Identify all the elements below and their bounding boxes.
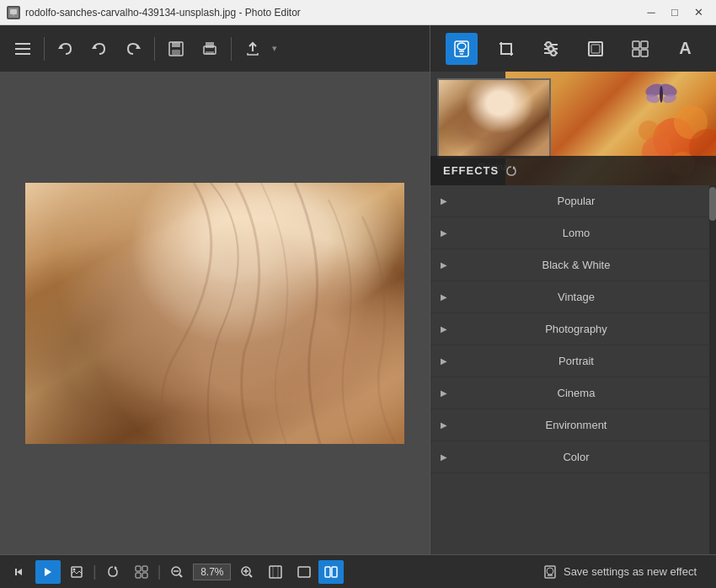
effect-arrow-icon: ▶: [441, 260, 447, 270]
effect-arrow-icon: ▶: [441, 452, 447, 462]
effect-arrow-icon: ▶: [441, 292, 447, 302]
zoom-out-button[interactable]: [164, 560, 190, 584]
menu-button[interactable]: [7, 33, 39, 65]
effects-list-container: ▶ Popular ▶ Lomo ▶ Black & White ▶ Vinta…: [430, 185, 716, 554]
svg-rect-29: [633, 50, 639, 56]
window-controls: ─ □ ✕: [640, 4, 709, 21]
view-mode-buttons: [291, 560, 344, 584]
svg-rect-4: [15, 48, 30, 50]
effect-label: Popular: [456, 195, 697, 207]
minimize-button[interactable]: ─: [640, 4, 662, 21]
effect-item-portrait[interactable]: ▶ Portrait: [430, 345, 709, 377]
main-content: Original EFFECTS ▶ Popular ▶ Lomo ▶ Blac…: [0, 72, 716, 554]
effect-arrow-icon: ▶: [441, 228, 447, 238]
export-button[interactable]: [237, 33, 269, 65]
svg-rect-27: [633, 41, 639, 48]
original-thumbnail: [437, 78, 551, 158]
effects-reset-button[interactable]: [505, 165, 517, 177]
title-bar: rodolfo-sanches-carvalho-439134-unsplash…: [0, 0, 716, 25]
svg-rect-28: [641, 41, 648, 48]
scrollbar-thumb[interactable]: [709, 187, 716, 221]
image-view-button[interactable]: [64, 560, 89, 584]
effect-arrow-icon: ▶: [441, 196, 447, 206]
fit-button[interactable]: [263, 560, 288, 584]
play-button[interactable]: [35, 560, 61, 584]
effect-label: Photography: [456, 323, 697, 335]
svg-point-36: [639, 120, 659, 141]
print-button[interactable]: [194, 33, 226, 65]
texture-tab-button[interactable]: [624, 33, 656, 65]
svg-marker-45: [45, 568, 51, 576]
save-settings-button[interactable]: Save settings as new effect: [531, 555, 709, 588]
svg-rect-10: [172, 42, 180, 47]
crop-tab-button[interactable]: [490, 33, 522, 65]
effect-item-environment[interactable]: ▶ Environment: [430, 409, 709, 441]
effect-arrow-icon: ▶: [441, 420, 447, 430]
svg-rect-51: [136, 573, 141, 578]
redo-button[interactable]: [117, 33, 149, 65]
previous-frame-button[interactable]: [7, 560, 32, 584]
svg-point-67: [547, 568, 553, 575]
svg-rect-49: [136, 566, 141, 571]
svg-rect-63: [298, 567, 310, 577]
title-bar-left: rodolfo-sanches-carvalho-439134-unsplash…: [7, 6, 301, 19]
view-mode-2[interactable]: [318, 560, 344, 584]
save-settings-label: Save settings as new effect: [564, 565, 697, 578]
close-button[interactable]: ✕: [687, 4, 709, 21]
right-panel: Original EFFECTS ▶ Popular ▶ Lomo ▶ Blac…: [430, 72, 716, 554]
toolbar-divider-1: [44, 37, 45, 61]
svg-rect-25: [589, 42, 602, 56]
effect-arrow-icon: ▶: [441, 388, 447, 398]
svg-rect-30: [641, 50, 648, 56]
effect-item-lomo[interactable]: ▶ Lomo: [430, 217, 709, 249]
effect-label: Cinema: [456, 387, 697, 399]
svg-point-41: [660, 86, 663, 103]
svg-point-47: [73, 568, 76, 570]
text-tab-button[interactable]: A: [669, 33, 701, 65]
svg-rect-13: [206, 42, 214, 48]
undo2-button[interactable]: [83, 33, 115, 65]
svg-rect-1: [10, 9, 17, 14]
photo-canvas: [25, 183, 404, 444]
adjust-tab-button[interactable]: [535, 33, 567, 65]
effect-item-color[interactable]: ▶ Color: [430, 441, 709, 473]
grid-view-button[interactable]: [129, 560, 154, 584]
effects-title: EFFECTS: [443, 164, 499, 177]
butterfly-decoration: [644, 80, 678, 113]
effects-header: Original EFFECTS: [430, 72, 716, 185]
effects-list: ▶ Popular ▶ Lomo ▶ Black & White ▶ Vinta…: [430, 185, 709, 554]
effect-label: Vintage: [456, 291, 697, 303]
save-settings-icon: [543, 565, 557, 579]
effects-tab-button[interactable]: [446, 33, 478, 65]
svg-rect-44: [15, 569, 17, 575]
effects-label-bar: EFFECTS: [430, 156, 716, 185]
frame-tab-button[interactable]: [580, 33, 612, 65]
effect-label: Portrait: [456, 355, 697, 367]
rotate-button[interactable]: [100, 560, 126, 584]
zoom-in-button[interactable]: [234, 560, 259, 584]
svg-rect-65: [332, 567, 337, 577]
view-mode-1[interactable]: [291, 560, 317, 584]
effect-label: Color: [456, 451, 697, 463]
undo-button[interactable]: [50, 33, 82, 65]
window-title: rodolfo-sanches-carvalho-439134-unsplash…: [25, 7, 301, 19]
svg-rect-5: [15, 53, 30, 55]
scrollbar-track[interactable]: [709, 185, 716, 554]
effect-item-popular[interactable]: ▶ Popular: [430, 185, 709, 217]
effect-label: Lomo: [456, 227, 697, 239]
svg-rect-52: [142, 573, 147, 578]
save-button[interactable]: [160, 33, 192, 65]
svg-rect-50: [142, 566, 147, 571]
toolbar-divider-3: [231, 37, 232, 61]
effect-item-black-white[interactable]: ▶ Black & White: [430, 249, 709, 281]
right-panel-toolbar: A: [430, 25, 716, 72]
toolbar-divider-2: [154, 37, 155, 61]
maximize-button[interactable]: □: [664, 4, 686, 21]
svg-line-55: [179, 575, 182, 577]
svg-rect-60: [270, 566, 281, 578]
svg-line-59: [249, 575, 252, 577]
effect-item-cinema[interactable]: ▶ Cinema: [430, 377, 709, 409]
effect-item-photography[interactable]: ▶ Photography: [430, 313, 709, 345]
effect-label: Environment: [456, 419, 697, 431]
effect-item-vintage[interactable]: ▶ Vintage: [430, 281, 709, 313]
